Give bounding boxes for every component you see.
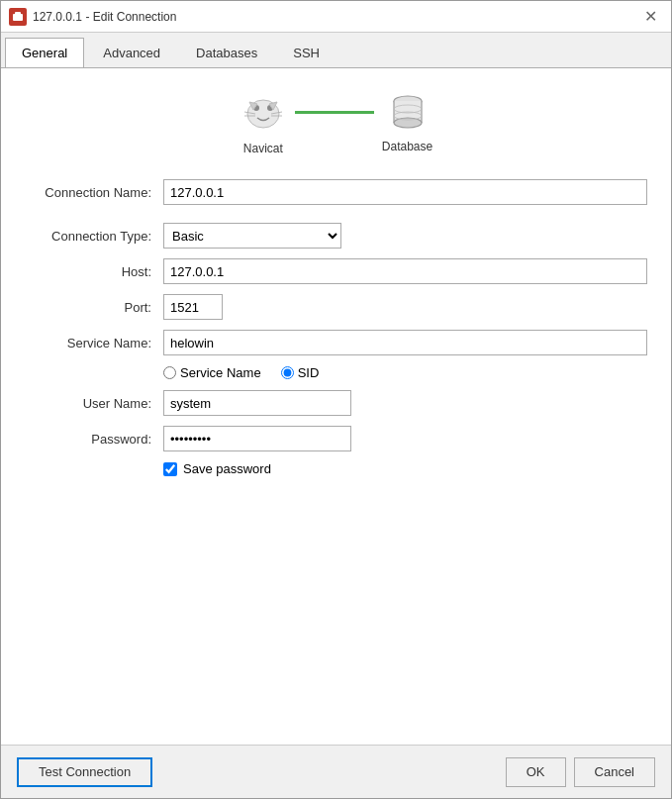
save-password-row: Save password bbox=[163, 461, 647, 476]
footer-right: OK Cancel bbox=[506, 757, 655, 787]
service-name-input[interactable] bbox=[163, 330, 647, 355]
database-icon-group: Database bbox=[382, 90, 432, 153]
tab-general[interactable]: General bbox=[5, 38, 84, 67]
svg-rect-0 bbox=[13, 14, 23, 21]
connection-type-label: Connection Type: bbox=[25, 229, 163, 244]
save-password-checkbox[interactable] bbox=[163, 462, 177, 476]
port-input[interactable] bbox=[163, 294, 223, 320]
title-bar: 127.0.0.1 - Edit Connection ✕ bbox=[1, 1, 671, 33]
host-label: Host: bbox=[25, 264, 163, 279]
main-window: 127.0.0.1 - Edit Connection ✕ General Ad… bbox=[0, 0, 672, 799]
radio-service-name[interactable] bbox=[163, 366, 176, 379]
connector-line bbox=[295, 111, 374, 114]
radio-group: Service Name SID bbox=[163, 365, 647, 380]
password-row: Password: bbox=[25, 426, 647, 451]
host-input[interactable] bbox=[163, 258, 647, 284]
app-icon bbox=[9, 8, 27, 26]
tab-bar: General Advanced Databases SSH bbox=[1, 33, 671, 68]
service-name-row: Service Name: bbox=[25, 330, 647, 355]
user-name-input[interactable] bbox=[163, 390, 351, 416]
connection-name-input[interactable] bbox=[163, 179, 647, 205]
connection-name-label: Connection Name: bbox=[25, 185, 163, 200]
connection-type-row: Connection Type: Basic TNS Oracle Cloud bbox=[25, 223, 647, 249]
icon-section: Navicat Database bbox=[25, 88, 647, 155]
host-row: Host: bbox=[25, 258, 647, 284]
password-label: Password: bbox=[25, 432, 163, 447]
radio-sid[interactable] bbox=[281, 366, 294, 379]
user-name-label: User Name: bbox=[25, 396, 163, 411]
window-title: 127.0.0.1 - Edit Connection bbox=[33, 10, 176, 24]
tab-advanced[interactable]: Advanced bbox=[86, 38, 177, 67]
user-name-row: User Name: bbox=[25, 390, 647, 416]
close-button[interactable]: ✕ bbox=[637, 4, 663, 30]
radio-service-name-label[interactable]: Service Name bbox=[163, 365, 261, 380]
password-input[interactable] bbox=[163, 426, 351, 451]
radio-sid-label[interactable]: SID bbox=[281, 365, 320, 380]
footer: Test Connection OK Cancel bbox=[1, 745, 671, 798]
svg-point-13 bbox=[394, 118, 422, 128]
database-logo-icon bbox=[386, 90, 430, 134]
navicat-label: Navicat bbox=[243, 142, 283, 155]
save-password-label[interactable]: Save password bbox=[163, 461, 271, 476]
port-row: Port: bbox=[25, 294, 647, 320]
port-label: Port: bbox=[25, 300, 163, 315]
connection-name-row: Connection Name: bbox=[25, 179, 647, 205]
service-name-label: Service Name: bbox=[25, 336, 163, 350]
tab-ssh[interactable]: SSH bbox=[276, 38, 336, 67]
cancel-button[interactable]: Cancel bbox=[574, 757, 655, 787]
test-connection-button[interactable]: Test Connection bbox=[17, 757, 152, 787]
svg-rect-1 bbox=[15, 12, 21, 15]
ok-button[interactable]: OK bbox=[506, 757, 566, 787]
connection-type-select[interactable]: Basic TNS Oracle Cloud bbox=[163, 223, 341, 249]
navicat-logo-icon bbox=[240, 88, 287, 136]
tab-databases[interactable]: Databases bbox=[179, 38, 274, 67]
database-label: Database bbox=[382, 140, 432, 153]
navicat-icon-group: Navicat bbox=[240, 88, 287, 155]
content-area: Navicat Database Connection Name: bbox=[1, 68, 671, 745]
title-bar-left: 127.0.0.1 - Edit Connection bbox=[9, 8, 176, 26]
